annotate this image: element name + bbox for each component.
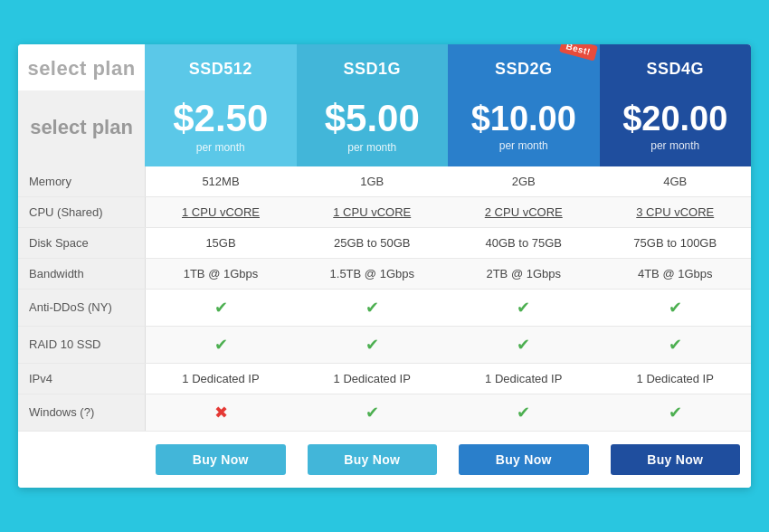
select-plan-price-cell: select plan — [18, 90, 145, 166]
feature-row-memory: Memory 512MB 1GB 2GB 4GB — [18, 166, 751, 197]
feature-disk-ssd512: 15GB — [145, 227, 297, 258]
feature-memory-ssd1g: 1GB — [297, 166, 449, 197]
button-cell-ssd4g: Buy Now — [600, 431, 752, 488]
feature-ipv4-ssd512: 1 Dedicated IP — [145, 363, 297, 394]
feature-label-antiddos: Anti-DDoS (NY) — [18, 289, 145, 326]
check-icon: ✔ — [366, 404, 379, 422]
feature-ipv4-ssd4g: 1 Dedicated IP — [600, 363, 752, 394]
feature-raid-ssd2g: ✔ — [448, 326, 600, 363]
check-icon: ✔ — [214, 299, 228, 317]
check-icon: ✔ — [669, 299, 682, 317]
feature-bandwidth-ssd4g: 4TB @ 1Gbps — [600, 258, 752, 289]
price-period-ssd1g: per month — [304, 141, 441, 154]
feature-cpu-ssd512: 1 CPU vCORE — [145, 196, 297, 227]
price-period-ssd512: per month — [152, 141, 290, 154]
plan-header-row: select plan SSD512 SSD1G SSD2G SSD4G — [18, 44, 751, 90]
feature-bandwidth-ssd2g: 2TB @ 1Gbps — [448, 258, 600, 289]
check-icon: ✔ — [669, 336, 682, 354]
buy-button-ssd4g[interactable]: Buy Now — [611, 444, 741, 475]
plan-name-ssd2g: SSD2G — [495, 60, 553, 78]
plan-header-ssd1g: SSD1G — [297, 44, 449, 90]
price-amount-ssd512: $2.50 — [152, 100, 290, 138]
feature-raid-ssd1g: ✔ — [297, 326, 449, 363]
price-ssd1g: $5.00 per month — [297, 90, 449, 166]
check-icon: ✔ — [517, 404, 530, 422]
button-cell-ssd2g: Buy Now — [448, 431, 600, 488]
feature-label-bandwidth: Bandwidth — [18, 258, 145, 289]
plan-name-ssd1g: SSD1G — [343, 60, 401, 78]
feature-cpu-ssd4g: 3 CPU vCORE — [600, 196, 752, 227]
price-period-ssd2g: per month — [455, 139, 593, 152]
feature-disk-ssd2g: 40GB to 75GB — [448, 227, 600, 258]
price-ssd4g: $20.00 per month — [600, 90, 752, 166]
feature-row-bandwidth: Bandwidth 1TB @ 1Gbps 1.5TB @ 1Gbps 2TB … — [18, 258, 751, 289]
feature-memory-ssd4g: 4GB — [600, 166, 752, 197]
feature-row-windows: Windows (?) ✖ ✔ ✔ ✔ — [18, 394, 751, 431]
button-row: Buy Now Buy Now Buy Now Buy Now — [18, 431, 751, 488]
feature-memory-ssd512: 512MB — [145, 166, 297, 197]
buy-button-ssd512[interactable]: Buy Now — [156, 444, 286, 475]
price-period-ssd4g: per month — [607, 139, 745, 152]
price-amount-ssd4g: $20.00 — [607, 101, 745, 136]
plan-name-ssd4g: SSD4G — [646, 60, 704, 78]
feature-antiddos-ssd4g: ✔ — [600, 289, 752, 326]
button-cell-ssd1g: Buy Now — [297, 431, 449, 488]
feature-antiddos-ssd512: ✔ — [145, 289, 297, 326]
plan-header-ssd4g: SSD4G — [600, 44, 752, 90]
price-ssd512: $2.50 per month — [145, 90, 297, 166]
price-amount-ssd2g: $10.00 — [455, 101, 593, 136]
feature-disk-ssd4g: 75GB to 100GB — [600, 227, 752, 258]
feature-label-cpu: CPU (Shared) — [18, 196, 145, 227]
feature-antiddos-ssd2g: ✔ — [448, 289, 600, 326]
buy-button-ssd2g[interactable]: Buy Now — [459, 444, 589, 475]
check-icon: ✔ — [366, 336, 379, 354]
price-amount-ssd1g: $5.00 — [304, 100, 441, 138]
plan-name-ssd512: SSD512 — [189, 60, 252, 78]
button-empty-cell — [18, 431, 145, 488]
feature-label-raid: RAID 10 SSD — [18, 326, 145, 363]
feature-label-windows: Windows (?) — [18, 394, 145, 431]
pricing-table: select plan SSD512 SSD1G SSD2G SSD4G — [18, 44, 751, 487]
feature-label-memory: Memory — [18, 166, 145, 197]
check-icon: ✔ — [669, 404, 682, 422]
feature-cpu-ssd2g: 2 CPU vCORE — [448, 196, 600, 227]
feature-windows-ssd1g: ✔ — [297, 394, 449, 431]
feature-disk-ssd1g: 25GB to 50GB — [297, 227, 449, 258]
button-cell-ssd512: Buy Now — [145, 431, 297, 488]
feature-ipv4-ssd2g: 1 Dedicated IP — [448, 363, 600, 394]
feature-windows-ssd4g: ✔ — [600, 394, 752, 431]
feature-row-antiddos: Anti-DDoS (NY) ✔ ✔ ✔ ✔ — [18, 289, 751, 326]
feature-memory-ssd2g: 2GB — [448, 166, 600, 197]
check-icon: ✔ — [214, 336, 228, 354]
feature-label-ipv4: IPv4 — [18, 363, 145, 394]
feature-raid-ssd512: ✔ — [145, 326, 297, 363]
feature-windows-ssd512: ✖ — [145, 394, 297, 431]
select-plan-price-text: select plan — [30, 116, 133, 138]
price-row: select plan $2.50 per month $5.00 per mo… — [18, 90, 751, 166]
select-plan-text: select plan — [25, 57, 138, 81]
price-ssd2g: $10.00 per month — [448, 90, 600, 166]
check-icon: ✔ — [366, 299, 379, 317]
select-plan-label: select plan — [18, 44, 145, 90]
feature-row-disk: Disk Space 15GB 25GB to 50GB 40GB to 75G… — [18, 227, 751, 258]
plan-header-ssd512: SSD512 — [145, 44, 297, 90]
plan-header-ssd2g: SSD2G — [448, 44, 600, 90]
cross-icon: ✖ — [214, 404, 228, 422]
feature-bandwidth-ssd512: 1TB @ 1Gbps — [145, 258, 297, 289]
feature-raid-ssd4g: ✔ — [600, 326, 752, 363]
feature-label-disk: Disk Space — [18, 227, 145, 258]
feature-row-cpu: CPU (Shared) 1 CPU vCORE 1 CPU vCORE 2 C… — [18, 196, 751, 227]
buy-button-ssd1g[interactable]: Buy Now — [308, 444, 438, 475]
feature-ipv4-ssd1g: 1 Dedicated IP — [297, 363, 449, 394]
feature-antiddos-ssd1g: ✔ — [297, 289, 449, 326]
feature-windows-ssd2g: ✔ — [448, 394, 600, 431]
check-icon: ✔ — [517, 299, 530, 317]
check-icon: ✔ — [517, 336, 530, 354]
feature-row-raid: RAID 10 SSD ✔ ✔ ✔ ✔ — [18, 326, 751, 363]
feature-cpu-ssd1g: 1 CPU vCORE — [297, 196, 449, 227]
feature-bandwidth-ssd1g: 1.5TB @ 1Gbps — [297, 258, 449, 289]
feature-row-ipv4: IPv4 1 Dedicated IP 1 Dedicated IP 1 Ded… — [18, 363, 751, 394]
